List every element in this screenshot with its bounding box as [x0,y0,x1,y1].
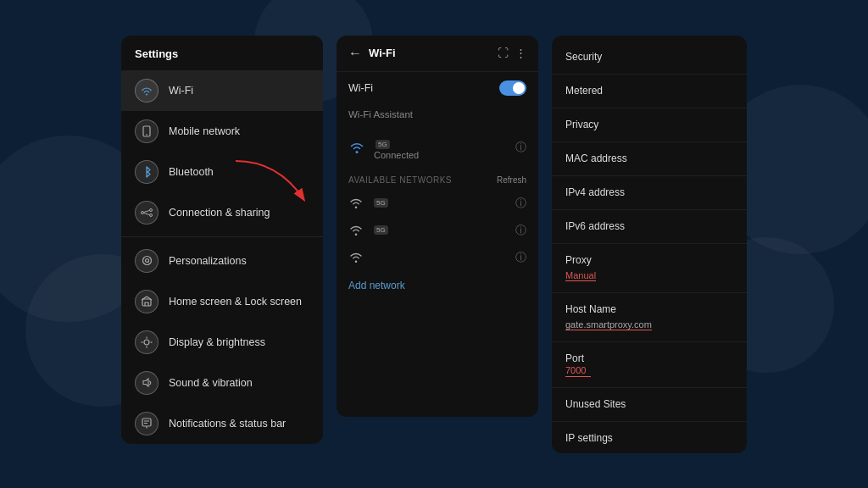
divider-8 [552,341,747,342]
homescreen-icon [135,290,159,313]
display-icon [135,330,159,354]
settings-item-notifications[interactable]: Notifications & status bar [121,403,323,444]
wifi-label: Wi-Fi [169,85,193,97]
available-networks-header: AVAILABLE NETWORKS Refresh [337,167,538,190]
svg-point-3 [150,208,153,211]
network3-wifi-icon [348,252,364,263]
divider-4 [552,175,747,176]
wifi-assistant-row: Wi-Fi Assistant [337,104,538,128]
connection-icon [135,201,159,225]
detail-hostname[interactable]: Host Name gate.smartproxy.com [552,295,747,340]
detail-privacy[interactable]: Privacy [552,110,747,140]
svg-line-6 [144,213,150,214]
homescreen-label: Home screen & Lock screen [169,296,302,308]
divider-2 [552,108,747,108]
ip-settings-label: IP settings [565,432,733,444]
settings-item-connection[interactable]: Connection & sharing [121,192,323,233]
detail-mac[interactable]: MAC address [552,144,747,174]
wifi-icon [135,79,159,103]
network-item-3[interactable]: ⓘ [337,244,538,271]
proxy-label: Proxy [565,254,733,266]
notifications-label: Notifications & status bar [169,418,286,430]
divider-10 [552,421,747,422]
network1-info-icon[interactable]: ⓘ [515,196,526,211]
available-networks-label: AVAILABLE NETWORKS [348,175,452,185]
more-icon[interactable]: ⋮ [515,47,526,59]
detail-port[interactable]: Port 7000 [552,344,747,385]
bluetooth-label: Bluetooth [169,166,214,178]
wifi-panel-title: Wi-Fi [369,47,491,59]
detail-metered[interactable]: Metered [552,76,747,106]
wifi-assistant-label: Wi-Fi Assistant [348,109,413,119]
network2-info-icon[interactable]: ⓘ [515,223,526,238]
add-network-button[interactable]: Add network [337,271,538,300]
display-label: Display & brightness [169,336,265,348]
personalization-icon [135,249,159,273]
divider-7 [552,292,747,293]
port-value: 7000 [565,365,733,375]
mac-label: MAC address [565,152,733,164]
fullscreen-icon[interactable]: ⛶ [498,47,509,59]
wifi-toggle-row: Wi-Fi [337,72,538,104]
bluetooth-icon [135,160,159,184]
divider-6 [552,243,747,244]
divider-3 [552,141,747,142]
ipv6-label: IPv6 address [565,220,733,232]
hostname-label: Host Name [565,303,733,315]
network1-badge: 5G [374,198,388,208]
connection-label: Connection & sharing [169,207,270,219]
network-item-2[interactable]: 5G ⓘ [337,217,538,244]
privacy-label: Privacy [565,119,733,130]
detail-ipv6[interactable]: IPv6 address [552,212,747,241]
settings-header: Settings [121,36,323,70]
svg-point-10 [144,340,149,345]
settings-item-bluetooth[interactable]: Bluetooth [121,152,323,192]
network2-badge: 5G [374,225,388,235]
metered-label: Metered [565,85,733,97]
network3-info-icon[interactable]: ⓘ [515,250,526,265]
mobile-label: Mobile network [169,125,240,137]
svg-point-2 [142,211,144,214]
detail-proxy[interactable]: Proxy Manual [552,246,747,291]
add-network-label: Add network [348,280,405,291]
toggle-knob [513,82,525,94]
svg-point-7 [142,257,151,265]
port-underline [565,376,591,377]
network2-wifi-icon [348,225,364,236]
settings-item-wifi[interactable]: Wi-Fi [121,70,323,111]
settings-item-display[interactable]: Display & brightness [121,322,323,363]
mobile-icon [135,119,159,143]
security-label: Security [565,51,733,63]
network1-wifi-icon [348,197,364,209]
connected-info-icon[interactable]: ⓘ [515,140,526,155]
connected-network-row[interactable]: 5G Connected ⓘ [337,128,538,167]
5g-badge: 5G [376,140,390,149]
connected-info: 5G Connected [374,135,419,160]
detail-unused-sites[interactable]: Unused Sites [552,390,747,419]
settings-item-sound[interactable]: Sound & vibration [121,363,323,403]
settings-item-homescreen[interactable]: Home screen & Lock screen [121,281,323,322]
detail-security[interactable]: Security [552,42,747,72]
sound-label: Sound & vibration [169,377,253,389]
personalizations-label: Personalizations [169,255,247,267]
settings-item-mobile[interactable]: Mobile network [121,111,323,152]
network-item-1[interactable]: 5G ⓘ [337,190,538,217]
detail-ipv4[interactable]: IPv4 address [552,178,747,208]
connected-status: Connected [374,150,419,160]
refresh-button[interactable]: Refresh [497,175,526,185]
detail-ip-settings[interactable]: IP settings [552,424,747,453]
wifi-panel: ← Wi-Fi ⛶ ⋮ Wi-Fi Wi-Fi Assistant [337,36,538,417]
connected-wifi-icon [348,141,365,154]
svg-point-4 [150,214,153,216]
wifi-header: ← Wi-Fi ⛶ ⋮ [337,36,538,72]
svg-point-8 [145,259,148,263]
wifi-toggle[interactable] [499,80,526,96]
svg-line-5 [144,210,150,212]
svg-marker-15 [143,379,148,386]
divider-1 [552,74,747,75]
back-button[interactable]: ← [348,46,362,61]
settings-item-personalizations[interactable]: Personalizations [121,241,323,281]
settings-divider [121,236,323,237]
network-details-panel: Security Metered Privacy MAC address IPv… [552,36,747,453]
ipv4-label: IPv4 address [565,186,733,198]
